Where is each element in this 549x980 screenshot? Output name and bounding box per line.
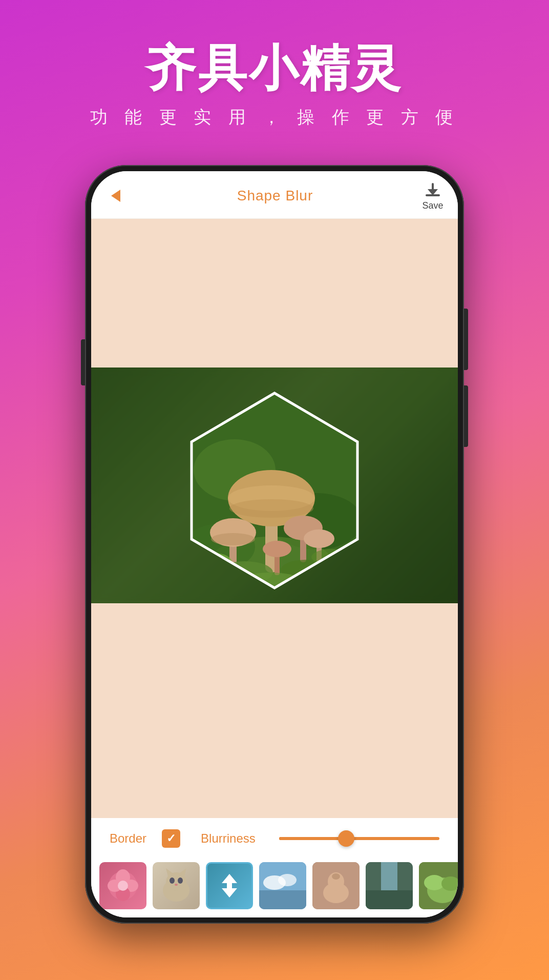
- svg-point-45: [278, 874, 297, 886]
- svg-marker-41: [222, 882, 237, 897]
- blurriness-label: Blurriness: [201, 831, 256, 846]
- svg-point-21: [263, 541, 291, 557]
- svg-point-19: [304, 529, 334, 548]
- main-title: 齐具小精灵: [146, 41, 403, 95]
- thumb-plant-icon: [419, 862, 458, 909]
- thumbnail-4[interactable]: [259, 862, 306, 909]
- scene-svg: [91, 368, 458, 603]
- svg-point-38: [178, 877, 183, 884]
- border-checkbox[interactable]: ✓: [162, 829, 180, 848]
- phone-side-button-right1: [464, 309, 468, 370]
- save-button[interactable]: Save: [422, 180, 444, 211]
- phone-side-button-right2: [464, 385, 468, 447]
- save-label: Save: [422, 200, 443, 211]
- svg-point-25: [196, 553, 232, 571]
- photo-area[interactable]: [91, 368, 458, 603]
- upload-arrow-icon: [217, 872, 242, 900]
- save-icon: [422, 180, 444, 199]
- thumbnail-7[interactable]: [419, 862, 458, 909]
- svg-point-37: [170, 877, 175, 884]
- controls-area: Border ✓ Blurriness: [91, 818, 458, 857]
- thumb-rose-icon: [99, 862, 146, 909]
- nav-title: Shape Blur: [237, 188, 313, 204]
- peach-bottom-area: [91, 603, 458, 818]
- svg-point-12: [229, 499, 313, 518]
- svg-point-49: [332, 873, 340, 880]
- thumbnail-strip: [91, 857, 458, 917]
- phone-screen: Shape Blur Save: [91, 171, 458, 917]
- thumbnail-2[interactable]: [153, 862, 200, 909]
- header-section: 齐具小精灵 功 能 更 实 用 ， 操 作 更 方 便: [90, 0, 459, 160]
- upload-icon: [207, 864, 251, 908]
- svg-point-55: [424, 875, 445, 890]
- svg-point-39: [175, 884, 178, 886]
- peach-top-area: [91, 219, 458, 368]
- checkmark-icon: ✓: [166, 832, 176, 845]
- save-icon-svg: [424, 181, 442, 198]
- thumb-cat-icon: [153, 862, 200, 909]
- mushroom-scene: [91, 368, 458, 603]
- slider-thumb[interactable]: [338, 830, 354, 847]
- thumb-waterfall-icon: [366, 862, 413, 909]
- svg-rect-51: [381, 862, 397, 893]
- thumbnail-1[interactable]: [99, 862, 146, 909]
- blurriness-slider[interactable]: [279, 837, 439, 840]
- thumb-sky-icon: [259, 862, 306, 909]
- svg-point-15: [211, 533, 255, 545]
- border-label: Border: [110, 831, 146, 846]
- thumbnail-3-upload[interactable]: [206, 862, 253, 909]
- app-navbar: Shape Blur Save: [91, 171, 458, 219]
- svg-point-32: [118, 881, 128, 891]
- svg-rect-52: [366, 890, 413, 909]
- back-button[interactable]: [105, 185, 128, 207]
- back-chevron-icon: [111, 190, 120, 202]
- phone-outer-frame: Shape Blur Save: [85, 165, 464, 924]
- subtitle: 功 能 更 实 用 ， 操 作 更 方 便: [90, 106, 459, 129]
- thumbnail-5[interactable]: [312, 862, 360, 909]
- svg-rect-43: [259, 890, 306, 909]
- thumb-deer-icon: [312, 862, 360, 909]
- thumbnail-6[interactable]: [366, 862, 413, 909]
- phone-mockup: Shape Blur Save: [85, 165, 464, 924]
- phone-side-button-left: [81, 339, 85, 385]
